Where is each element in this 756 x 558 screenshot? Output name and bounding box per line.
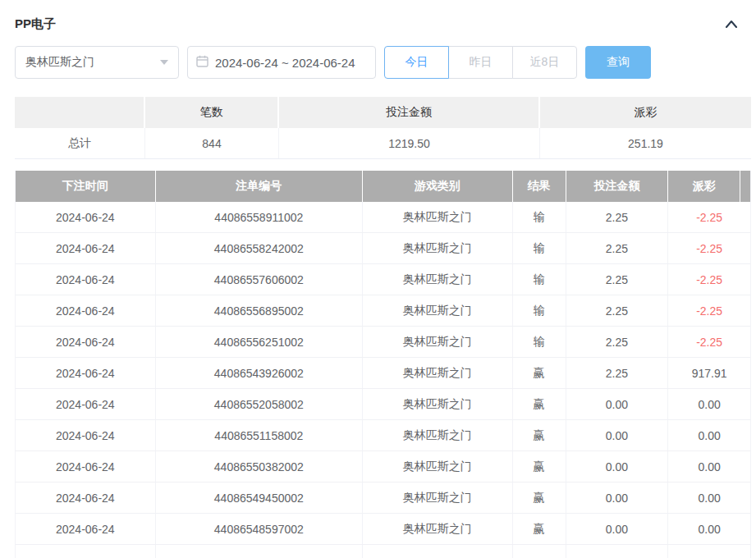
summary-header-bet-amount: 投注金额 <box>279 97 540 128</box>
cell-game-type: 奥林匹斯之门 <box>363 202 513 232</box>
cell-order-id: 44086550382002 <box>156 451 363 482</box>
cell-game-type: 奥林匹斯之门 <box>363 420 513 451</box>
cell-order-id: 44086558242002 <box>156 233 363 263</box>
cell-payout: -2.25 <box>668 202 750 232</box>
header-game-type: 游戏类别 <box>363 171 513 202</box>
game-select[interactable]: 奥林匹斯之门 <box>15 46 179 79</box>
cell-game-type: 奥林匹斯之门 <box>363 389 513 419</box>
cell-result: 赢 <box>513 389 566 419</box>
cell-order-id: 44086552058002 <box>156 389 363 419</box>
cell-payout: 0.00 <box>668 420 750 451</box>
cell-result: 赢 <box>513 420 566 451</box>
cell-bet-amount: 0.00 <box>566 451 669 482</box>
filter-bar: 奥林匹斯之门 2024-06-24 ~ 2024-06-24 今日 昨日 近8日… <box>15 46 741 79</box>
header-bet-amount: 投注金额 <box>566 171 669 202</box>
table-row: 2024-06-2444086548597002奥林匹斯之门赢0.000.00 <box>16 514 750 545</box>
cell-result: 输 <box>513 233 566 263</box>
cell-game-type: 奥林匹斯之门 <box>363 327 513 357</box>
panel-header: PP电子 <box>15 0 741 34</box>
table-row: 2024-06-2444086556251002奥林匹斯之门输2.25-2.25 <box>16 327 750 358</box>
cell-result: 赢 <box>513 514 566 544</box>
table-row: 2024-06-2444086558911002奥林匹斯之门输2.25-2.25 <box>16 202 750 233</box>
cell-payout: -2.25 <box>668 295 750 326</box>
cell-bet-time: 2024-06-24 <box>16 264 156 295</box>
cell-bet-time: 2024-06-24 <box>16 327 156 357</box>
cell-game-type: 奥林匹斯之门 <box>363 233 513 263</box>
last-8-days-button[interactable]: 近8日 <box>512 46 577 79</box>
yesterday-button[interactable]: 昨日 <box>448 46 513 79</box>
cell-order-id: 44086548597002 <box>156 514 363 544</box>
cell-result: 赢 <box>513 358 566 388</box>
cell-payout: 0.00 <box>668 389 750 419</box>
date-range-value: 2024-06-24 ~ 2024-06-24 <box>215 56 355 70</box>
chevron-up-icon <box>725 17 738 30</box>
cell-game-type: 奥林匹斯之门 <box>363 451 513 482</box>
cell-result: 输 <box>513 327 566 357</box>
cell-empty <box>156 545 363 558</box>
cell-result: 输 <box>513 264 566 295</box>
table-row: 2024-06-2444086558242002奥林匹斯之门输2.25-2.25 <box>16 233 750 264</box>
bet-table-body: 2024-06-2444086558911002奥林匹斯之门输2.25-2.25… <box>16 202 750 558</box>
cell-payout: 0.00 <box>668 483 750 513</box>
cell-bet-amount: 0.00 <box>566 514 669 544</box>
cell-empty <box>566 545 669 558</box>
cell-bet-time: 2024-06-24 <box>16 514 156 544</box>
cell-game-type: 奥林匹斯之门 <box>363 483 513 513</box>
quick-date-group: 今日 昨日 近8日 <box>384 46 577 79</box>
cell-result: 赢 <box>513 451 566 482</box>
summary-total-bet-amount: 1219.50 <box>279 128 540 158</box>
cell-payout: -2.25 <box>668 264 750 295</box>
cell-bet-amount: 2.25 <box>566 233 669 263</box>
cell-game-type: 奥林匹斯之门 <box>363 358 513 388</box>
summary-table: 笔数 投注金额 派彩 总计 844 1219.50 251.19 <box>15 97 751 159</box>
cell-bet-amount: 2.25 <box>566 264 669 295</box>
cell-order-id: 44086557606002 <box>156 264 363 295</box>
header-bet-time: 下注时间 <box>16 171 156 202</box>
cell-payout: 0.00 <box>668 451 750 482</box>
cell-bet-time: 2024-06-24 <box>16 483 156 513</box>
summary-total-payout: 251.19 <box>540 128 751 158</box>
cell-bet-amount: 0.00 <box>566 389 669 419</box>
cell-game-type: 奥林匹斯之门 <box>363 264 513 295</box>
cell-game-type: 奥林匹斯之门 <box>363 514 513 544</box>
search-button[interactable]: 查询 <box>585 46 651 79</box>
cell-result: 输 <box>513 202 566 232</box>
cell-order-id: 44086556251002 <box>156 327 363 357</box>
cell-bet-time: 2024-06-24 <box>16 233 156 263</box>
cell-bet-amount: 0.00 <box>566 420 669 451</box>
cell-payout: -2.25 <box>668 327 750 357</box>
cell-bet-time: 2024-06-24 <box>16 389 156 419</box>
bet-table: 下注时间 注单编号 游戏类别 结果 投注金额 派彩 2024-06-244408… <box>15 171 751 558</box>
date-range-input[interactable]: 2024-06-24 ~ 2024-06-24 <box>187 46 376 79</box>
table-row-partial <box>16 545 750 558</box>
chevron-down-icon <box>160 60 168 65</box>
cell-empty <box>16 545 156 558</box>
cell-bet-time: 2024-06-24 <box>16 295 156 326</box>
header-gutter <box>740 171 750 202</box>
today-button[interactable]: 今日 <box>384 46 449 79</box>
cell-empty <box>668 545 750 558</box>
cell-order-id: 44086549450002 <box>156 483 363 513</box>
collapse-button[interactable] <box>722 16 741 31</box>
summary-total-row: 总计 844 1219.50 251.19 <box>15 128 751 159</box>
cell-order-id: 44086556895002 <box>156 295 363 326</box>
cell-bet-amount: 2.25 <box>566 202 669 232</box>
cell-result: 输 <box>513 295 566 326</box>
table-row: 2024-06-2444086543926002奥林匹斯之门赢2.25917.9… <box>16 358 750 389</box>
summary-header-count: 笔数 <box>145 97 279 128</box>
summary-header-blank <box>15 97 145 128</box>
calendar-icon <box>196 55 208 70</box>
summary-total-label: 总计 <box>15 128 145 158</box>
cell-order-id: 44086543926002 <box>156 358 363 388</box>
cell-bet-time: 2024-06-24 <box>16 420 156 451</box>
game-select-value: 奥林匹斯之门 <box>25 55 94 70</box>
cell-payout: 0.00 <box>668 514 750 544</box>
summary-total-count: 844 <box>145 128 279 158</box>
header-payout: 派彩 <box>668 171 740 202</box>
cell-result: 赢 <box>513 483 566 513</box>
cell-bet-amount: 0.00 <box>566 483 669 513</box>
cell-game-type: 奥林匹斯之门 <box>363 295 513 326</box>
header-result: 结果 <box>513 171 566 202</box>
cell-bet-amount: 2.25 <box>566 358 669 388</box>
cell-empty <box>513 545 566 558</box>
